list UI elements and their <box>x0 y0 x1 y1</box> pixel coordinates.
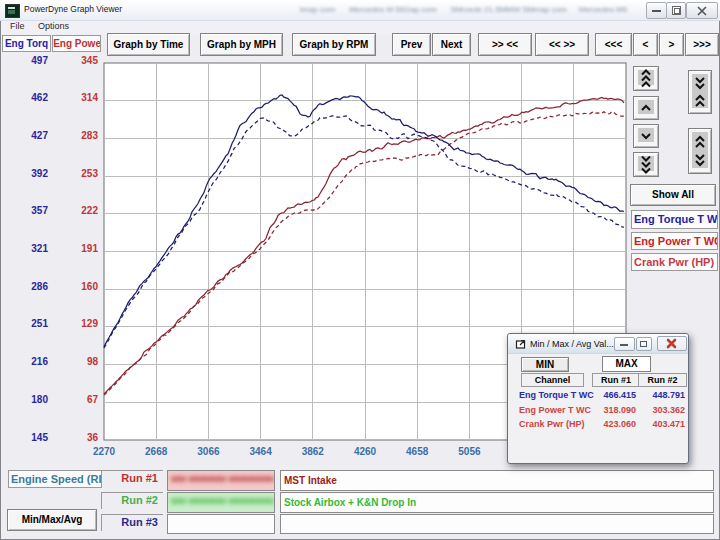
svg-text:129: 129 <box>81 318 98 329</box>
svg-text:2270: 2270 <box>93 446 116 457</box>
svg-text:283: 283 <box>81 130 98 141</box>
svg-text:4260: 4260 <box>354 446 377 457</box>
svg-text:462: 462 <box>31 92 48 103</box>
svg-text:357: 357 <box>31 205 48 216</box>
svg-text:4658: 4658 <box>406 446 429 457</box>
svg-text:36: 36 <box>87 432 99 443</box>
svg-text:321: 321 <box>31 243 48 254</box>
svg-text:497: 497 <box>31 55 48 66</box>
svg-text:345: 345 <box>81 55 98 66</box>
svg-text:427: 427 <box>31 130 48 141</box>
svg-text:286: 286 <box>31 281 48 292</box>
svg-text:3464: 3464 <box>249 446 272 457</box>
svg-text:145: 145 <box>31 432 48 443</box>
svg-text:314: 314 <box>81 92 98 103</box>
svg-text:2668: 2668 <box>145 446 168 457</box>
svg-text:5056: 5056 <box>458 446 481 457</box>
svg-text:251: 251 <box>31 318 48 329</box>
svg-text:3066: 3066 <box>197 446 220 457</box>
svg-text:253: 253 <box>81 168 98 179</box>
svg-text:3862: 3862 <box>302 446 325 457</box>
svg-text:392: 392 <box>31 168 48 179</box>
svg-text:67: 67 <box>87 394 99 405</box>
svg-text:191: 191 <box>81 243 98 254</box>
svg-text:180: 180 <box>31 394 48 405</box>
svg-text:160: 160 <box>81 281 98 292</box>
svg-text:222: 222 <box>81 205 98 216</box>
svg-text:216: 216 <box>31 356 48 367</box>
svg-text:98: 98 <box>87 356 99 367</box>
